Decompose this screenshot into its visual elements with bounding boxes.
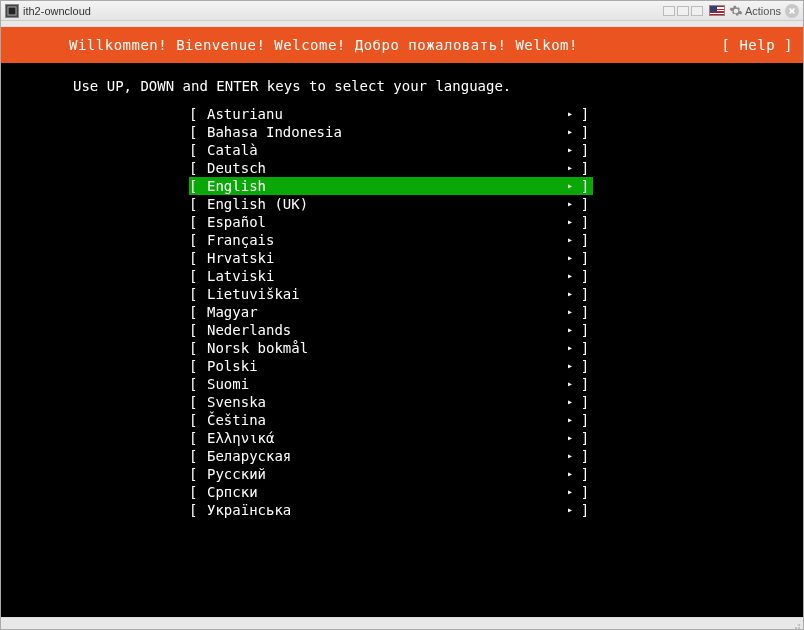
bracket-right: ]: [577, 285, 593, 303]
welcome-text: Willkommen! Bienvenue! Welcome! Добро по…: [69, 36, 578, 54]
window-mode-icon-1[interactable]: [663, 6, 675, 16]
bracket-left: [: [189, 465, 205, 483]
bracket-right: ]: [577, 123, 593, 141]
submenu-arrow-icon: ▸: [563, 105, 577, 123]
language-option[interactable]: [ Español▸]: [189, 213, 593, 231]
submenu-arrow-icon: ▸: [563, 375, 577, 393]
language-option[interactable]: [ Српски▸]: [189, 483, 593, 501]
bracket-left: [: [189, 231, 205, 249]
resize-grip-icon[interactable]: [789, 619, 801, 629]
language-name: Deutsch: [205, 159, 563, 177]
bracket-left: [: [189, 141, 205, 159]
bracket-right: ]: [577, 411, 593, 429]
submenu-arrow-icon: ▸: [563, 411, 577, 429]
window-mode-icon-3[interactable]: [691, 6, 703, 16]
bracket-right: ]: [577, 141, 593, 159]
language-option[interactable]: [ Català▸]: [189, 141, 593, 159]
bracket-left: [: [189, 249, 205, 267]
help-button[interactable]: [ Help ]: [722, 36, 793, 54]
bracket-right: ]: [577, 249, 593, 267]
submenu-arrow-icon: ▸: [563, 249, 577, 267]
language-option[interactable]: [ English▸]: [189, 177, 593, 195]
language-option[interactable]: [ Svenska▸]: [189, 393, 593, 411]
language-option[interactable]: [ Hrvatski▸]: [189, 249, 593, 267]
status-bar: [1, 617, 803, 629]
language-option[interactable]: [ Русский▸]: [189, 465, 593, 483]
svg-point-6: [798, 627, 800, 629]
language-name: Српски: [205, 483, 563, 501]
language-option[interactable]: [ Bahasa Indonesia▸]: [189, 123, 593, 141]
language-option[interactable]: [ Беларуская▸]: [189, 447, 593, 465]
language-option[interactable]: [ Latviski▸]: [189, 267, 593, 285]
language-name: Hrvatski: [205, 249, 563, 267]
window-mode-icon-2[interactable]: [677, 6, 689, 16]
language-option[interactable]: [ Français▸]: [189, 231, 593, 249]
svg-point-8: [798, 624, 800, 626]
bracket-right: ]: [577, 447, 593, 465]
submenu-arrow-icon: ▸: [563, 231, 577, 249]
bracket-right: ]: [577, 303, 593, 321]
bracket-left: [: [189, 285, 205, 303]
svg-rect-0: [8, 7, 16, 15]
bracket-right: ]: [577, 195, 593, 213]
bracket-left: [: [189, 393, 205, 411]
bracket-right: ]: [577, 267, 593, 285]
submenu-arrow-icon: ▸: [563, 141, 577, 159]
submenu-arrow-icon: ▸: [563, 429, 577, 447]
bracket-left: [: [189, 357, 205, 375]
language-option[interactable]: [ Polski▸]: [189, 357, 593, 375]
language-name: Latviski: [205, 267, 563, 285]
instruction-text: Use UP, DOWN and ENTER keys to select yo…: [1, 77, 803, 95]
bracket-left: [: [189, 213, 205, 231]
flag-icon[interactable]: [709, 5, 725, 16]
bracket-right: ]: [577, 429, 593, 447]
language-option[interactable]: [ Čeština▸]: [189, 411, 593, 429]
language-option[interactable]: [ Suomi▸]: [189, 375, 593, 393]
actions-label[interactable]: Actions: [745, 5, 781, 17]
language-list[interactable]: [ Asturianu▸][ Bahasa Indonesia▸][ Catal…: [1, 105, 803, 519]
language-name: Polski: [205, 357, 563, 375]
bracket-right: ]: [577, 105, 593, 123]
submenu-arrow-icon: ▸: [563, 483, 577, 501]
window-mode-icons[interactable]: [663, 6, 703, 16]
bracket-left: [: [189, 375, 205, 393]
submenu-arrow-icon: ▸: [563, 501, 577, 519]
bracket-right: ]: [577, 321, 593, 339]
language-name: Українська: [205, 501, 563, 519]
bracket-left: [: [189, 339, 205, 357]
language-name: Magyar: [205, 303, 563, 321]
bracket-left: [: [189, 321, 205, 339]
bracket-right: ]: [577, 393, 593, 411]
bracket-right: ]: [577, 231, 593, 249]
language-option[interactable]: [ Nederlands▸]: [189, 321, 593, 339]
language-name: Bahasa Indonesia: [205, 123, 563, 141]
language-option[interactable]: [ Asturianu▸]: [189, 105, 593, 123]
language-name: Čeština: [205, 411, 563, 429]
submenu-arrow-icon: ▸: [563, 285, 577, 303]
language-name: Suomi: [205, 375, 563, 393]
bracket-left: [: [189, 411, 205, 429]
language-option[interactable]: [ Norsk bokmål▸]: [189, 339, 593, 357]
submenu-arrow-icon: ▸: [563, 303, 577, 321]
language-name: Asturianu: [205, 105, 563, 123]
gear-icon[interactable]: [729, 4, 743, 18]
bracket-left: [: [189, 105, 205, 123]
language-option[interactable]: [ Magyar▸]: [189, 303, 593, 321]
submenu-arrow-icon: ▸: [563, 267, 577, 285]
bracket-right: ]: [577, 357, 593, 375]
language-name: English: [205, 177, 563, 195]
svg-point-7: [795, 627, 797, 629]
bracket-right: ]: [577, 213, 593, 231]
language-option[interactable]: [ Українська▸]: [189, 501, 593, 519]
bracket-left: [: [189, 501, 205, 519]
bracket-left: [: [189, 159, 205, 177]
language-option[interactable]: [ Ελληνικά▸]: [189, 429, 593, 447]
close-icon[interactable]: [785, 4, 799, 18]
language-option[interactable]: [ English (UK)▸]: [189, 195, 593, 213]
language-option[interactable]: [ Lietuviškai▸]: [189, 285, 593, 303]
bracket-right: ]: [577, 177, 593, 195]
language-option[interactable]: [ Deutsch▸]: [189, 159, 593, 177]
bracket-left: [: [189, 123, 205, 141]
submenu-arrow-icon: ▸: [563, 321, 577, 339]
console-area: Willkommen! Bienvenue! Welcome! Добро по…: [1, 27, 803, 617]
